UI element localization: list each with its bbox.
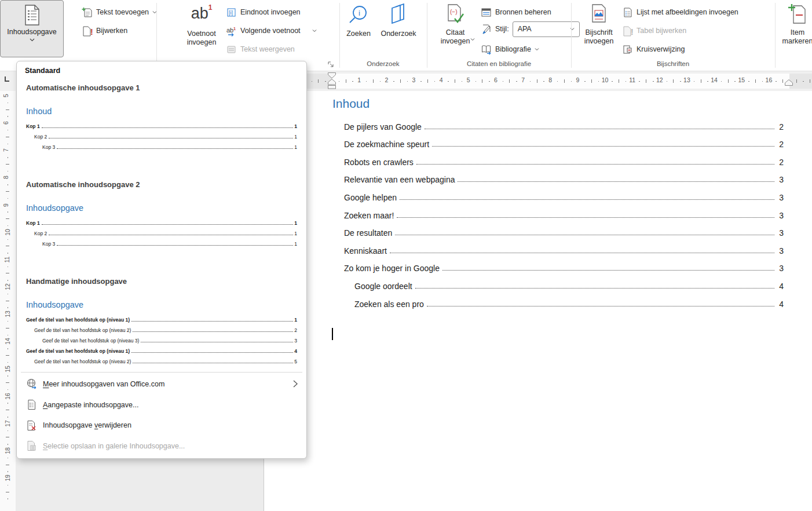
menu-item-save-selection-to-gallery[interactable]: Selectie opslaan in galerie Inhoudsopgav… — [17, 436, 306, 457]
ruler-tick — [707, 81, 708, 82]
next-footnote-button[interactable]: ab 1 Volgende voetnoot — [226, 24, 317, 37]
table-of-figures-button[interactable]: Lijst met afbeeldingen invoegen — [622, 6, 738, 19]
chevron-down-icon — [570, 28, 575, 31]
bibliography-button[interactable]: Bibliografie — [481, 43, 539, 56]
ruler-tick — [455, 79, 455, 83]
toc-entry[interactable]: Zo kom je hoger in Google3 — [332, 257, 784, 275]
toc-button-label: Inhoudsopgave — [7, 28, 57, 36]
ruler-tick — [8, 116, 9, 117]
toc-entry-title: De resultaten — [332, 228, 392, 239]
insert-caption-button[interactable]: Bijschrift invoegen — [579, 3, 619, 46]
group-divider — [156, 3, 157, 68]
insert-citation-button[interactable]: (−) Citaat invoegen — [436, 3, 475, 49]
ruler-tick — [701, 79, 701, 83]
ruler-tick — [734, 81, 736, 82]
ruler-tick — [8, 280, 9, 281]
toc-leader-dots — [397, 217, 774, 218]
tab-selector[interactable] — [3, 75, 11, 83]
toc-gallery-item-manual-toc[interactable]: Handmatige inhoudsopgaveInhoudsopgaveGee… — [21, 277, 302, 370]
search-button[interactable]: i Zoeken — [343, 3, 374, 38]
toc-leader-dots — [458, 181, 774, 182]
insert-endnote-button[interactable]: [i] Eindnoot invoegen — [226, 6, 301, 19]
toc-entry[interactable]: Kenniskaart3 — [332, 239, 784, 257]
toc-entry[interactable]: Zoeken maar!3 — [332, 203, 784, 221]
ruler-number: 1 — [357, 76, 361, 83]
document-page[interactable]: Inhoud De pijlers van Google2De zoekmach… — [264, 91, 812, 511]
update-toc-button[interactable]: ! Bijwerken — [82, 24, 127, 37]
ruler-number: 7 — [2, 148, 9, 152]
toc-page-number: 2 — [777, 122, 784, 133]
ruler-tick — [612, 81, 613, 82]
ruler-tick — [8, 225, 9, 227]
gallery-preview-row: Kop 31 — [26, 237, 297, 247]
toc-entry[interactable]: Google helpen3 — [332, 185, 784, 203]
first-line-indent-marker[interactable] — [328, 72, 336, 79]
document-toc-field[interactable]: De pijlers van Google2De zoekmachine spe… — [332, 115, 784, 310]
ruler-number: 10 — [4, 229, 11, 236]
research-button[interactable]: Onderzoek — [376, 3, 420, 38]
insert-footnote-icon: ab 1 — [191, 3, 213, 28]
toc-entry[interactable]: Zoeken als een pro4 — [332, 292, 784, 310]
toc-entry[interactable]: Google oordeelt4 — [332, 274, 784, 292]
ruler-tick — [591, 79, 592, 83]
gallery-item-title: Handmatige inhoudsopgave — [26, 277, 127, 286]
style-brush-icon — [481, 24, 492, 35]
add-text-button[interactable]: Tekst toevoegen — [82, 6, 157, 19]
gallery-preview-heading: Inhoudsopgave — [26, 300, 83, 309]
menu-item-custom-toc[interactable]: Aangepaste inhoudsopgave... — [17, 395, 306, 415]
update-table-icon: ! — [622, 25, 633, 36]
ruler-number: 12 — [656, 76, 663, 83]
toc-gallery-item-automatic-toc-1[interactable]: Automatische inhoudsopgave 1InhoudKop 11… — [21, 83, 302, 176]
ruler-tick — [366, 81, 367, 82]
ruler-number: 7 — [521, 76, 525, 83]
insert-footnote-label: Voetnoot invoegen — [184, 30, 220, 47]
ruler-tick — [8, 103, 9, 104]
dialog-launcher-icon[interactable] — [327, 60, 335, 69]
ruler-tick — [318, 79, 319, 83]
show-notes-icon — [226, 44, 237, 55]
update-table-label: Tabel bijwerken — [637, 27, 686, 35]
ruler-number: 4 — [440, 76, 443, 83]
menu-item-label: Inhoudsopgave verwijderen — [43, 421, 298, 429]
ruler-tick — [509, 79, 510, 83]
ruler-tick — [489, 81, 490, 82]
style-select[interactable]: APA — [513, 21, 580, 37]
insert-footnote-button[interactable]: ab 1 Voetnoot invoegen — [183, 3, 220, 47]
gallery-item-title: Automatische inhoudsopgave 1 — [26, 83, 140, 92]
document-heading[interactable]: Inhoud — [332, 97, 370, 111]
menu-item-more-toc-from-office[interactable]: Meer inhoudsopgaven van Office.com — [17, 374, 306, 395]
menu-item-label: Meer inhoudsopgaven van Office.com — [43, 380, 293, 388]
toc-leader-dots — [442, 270, 774, 271]
hanging-indent-marker[interactable] — [328, 79, 336, 89]
ruler-tick — [680, 81, 681, 82]
toc-entry[interactable]: De resultaten3 — [332, 221, 784, 239]
gallery-preview-row: Geef de titel van het hoofdstuk op (nive… — [26, 313, 297, 323]
toc-page-number: 3 — [777, 246, 784, 257]
toc-entry[interactable]: De pijlers van Google2 — [332, 115, 784, 133]
toc-entry[interactable]: De zoekmachine speurt2 — [332, 133, 784, 151]
menu-item-remove-toc[interactable]: Inhoudsopgave verwijderen — [17, 415, 306, 436]
ruler-tick — [728, 79, 729, 83]
show-notes-button[interactable]: Tekst weergeven — [226, 43, 295, 56]
mark-entry-button[interactable]: Item markeren — [780, 3, 812, 46]
ruler-tick — [8, 335, 9, 336]
menu-item-label: Aangepaste inhoudsopgave... — [43, 401, 298, 409]
right-indent-marker[interactable] — [785, 79, 793, 86]
gallery-preview-row: Geef de titel van het hoofdstuk op (nive… — [26, 344, 297, 355]
manage-sources-button[interactable]: Bronnen beheren — [481, 6, 551, 19]
gallery-section-label: Standaard — [25, 67, 60, 75]
group-divider — [339, 3, 340, 68]
ruler-tick — [762, 81, 763, 82]
ruler-tick — [373, 79, 374, 83]
toc-gallery-item-automatic-toc-2[interactable]: Automatische inhoudsopgave 2Inhoudsopgav… — [21, 180, 302, 273]
table-of-contents-button[interactable]: Inhoudsopgave — [0, 0, 64, 57]
add-text-icon — [82, 7, 93, 18]
ruler-tick — [6, 110, 9, 110]
toc-entry[interactable]: Robots en crawlers2 — [332, 150, 784, 168]
next-footnote-icon: ab 1 — [226, 25, 237, 36]
gallery-preview-rows: Kop 11Kop 21Kop 31 — [26, 216, 297, 247]
update-table-button[interactable]: ! Tabel bijwerken — [622, 24, 686, 37]
cross-reference-button[interactable]: Kruisverwijzing — [622, 43, 685, 56]
ruler-tick — [352, 81, 353, 82]
toc-entry[interactable]: Relevantie van een webpagina3 — [332, 168, 784, 186]
